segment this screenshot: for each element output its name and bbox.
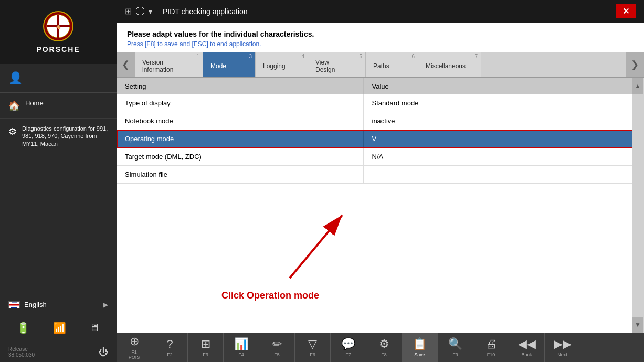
col-header-value: Value <box>363 78 644 94</box>
toolbar-f5-button[interactable]: ✏ F5 <box>259 333 295 362</box>
tab-logging[interactable]: 4 Logging <box>256 52 308 77</box>
settings-table: Setting Value Type of display Standard m… <box>117 78 644 184</box>
toolbar-next-button[interactable]: ▶▶ Next <box>545 333 580 362</box>
toolbar-f7-button[interactable]: 💬 F7 <box>331 333 366 362</box>
display-icon[interactable]: 🖥 <box>87 320 102 336</box>
toolbar-f5-label: F5 <box>274 352 280 357</box>
table-row[interactable]: Simulation file <box>117 166 644 184</box>
tab-3-number: 3 <box>249 54 252 59</box>
toolbar-pois-button[interactable]: ⊕ F1 POIS <box>117 333 152 362</box>
toolbar-f9-label: F9 <box>452 352 458 357</box>
tab-7-label: Miscellaneous <box>426 62 473 70</box>
edit-icon: ✏ <box>272 337 282 351</box>
tab-next-button[interactable]: ❯ <box>626 52 644 77</box>
power-icon[interactable]: ⏻ <box>99 347 108 358</box>
battery-icon[interactable]: 🔋 <box>15 320 32 336</box>
brand-logo: 🐴 PORSCHE <box>0 0 117 64</box>
tab-1-label: Versioninformation <box>142 59 195 73</box>
brand-name: PORSCHE <box>36 45 80 54</box>
filter-icon: ▽ <box>308 337 317 351</box>
tab-prev-button[interactable]: ❮ <box>117 52 135 77</box>
tab-view-design[interactable]: 5 ViewDesign <box>308 52 366 77</box>
tabs-bar: ❮ 1 Versioninformation 3 Mode 4 Logging … <box>117 52 644 78</box>
value-cell: Standard mode <box>363 94 644 112</box>
porsche-crest-icon: 🐴 <box>43 10 74 42</box>
next-icon: ▶▶ <box>554 337 572 351</box>
wifi-icon[interactable]: 📶 <box>51 320 68 336</box>
release-info: Release 38.050.030 ⏻ <box>0 342 117 362</box>
title-bar: ⊞ ⛶ ▾ PIDT checking application ✕ <box>117 0 644 23</box>
sidebar-item-home[interactable]: 🏠 Home <box>0 93 117 119</box>
home-label: Home <box>25 99 44 108</box>
content-area: Setting Value Type of display Standard m… <box>117 78 644 333</box>
value-cell <box>363 166 644 184</box>
tab-7-number: 7 <box>474 54 478 59</box>
language-label: English <box>24 301 103 308</box>
version-number: 38.050.030 <box>8 352 35 358</box>
toolbar-save-label: Save <box>414 352 425 357</box>
setting-cell: Notebook mode <box>117 112 363 130</box>
help-icon: ? <box>166 337 173 351</box>
col-header-setting: Setting <box>117 78 363 94</box>
grid-icon: ⊞ <box>125 6 132 16</box>
language-selector[interactable]: English ▶ <box>0 295 117 314</box>
toolbar-f8pre-button[interactable]: ⚙ F8 <box>366 333 402 362</box>
settings-icon: ⚙ <box>379 337 389 351</box>
setting-cell-operating-mode: Operating mode <box>117 130 363 148</box>
main-content: ⊞ ⛶ ▾ PIDT checking application ✕ Please… <box>117 0 644 362</box>
toolbar-f10-button[interactable]: 🖨 F10 <box>473 333 509 362</box>
tab-paths[interactable]: 6 Paths <box>366 52 418 77</box>
toolbar-f6-button[interactable]: ▽ F6 <box>295 333 331 362</box>
table-row[interactable]: Type of display Standard mode <box>117 94 644 112</box>
tab-4-label: Logging <box>263 62 300 70</box>
title-left-icons: ⊞ ⛶ ▾ <box>125 6 152 16</box>
toolbar-back-label: Back <box>521 352 532 357</box>
bottom-icons: 🔋 📶 🖥 <box>0 314 117 342</box>
tab-6-label: Paths <box>373 62 410 70</box>
toolbar-f8pre-label: F8 <box>381 352 387 357</box>
toolbar-f4-label: F4 <box>238 352 244 357</box>
toolbar-f4-button[interactable]: 📊 F4 <box>224 333 259 362</box>
toolbar-f3-button[interactable]: ⊞ F3 <box>188 333 224 362</box>
setting-cell: Type of display <box>117 94 363 112</box>
toolbar-f10-label: F10 <box>487 352 495 357</box>
value-cell-operating-mode: V ▾ <box>363 130 644 148</box>
toolbar-f1-label: F1 <box>131 349 137 355</box>
scroll-down-button[interactable]: ▼ <box>632 317 643 333</box>
table-row-operating-mode[interactable]: Operating mode V ▾ <box>117 130 644 148</box>
toolbar-pois-label: POIS <box>129 355 140 360</box>
tab-5-number: 5 <box>359 54 362 59</box>
sidebar-item-diagnostics[interactable]: ⚙ Diagnostics configuration for 991, 981… <box>0 119 117 154</box>
grid-icon-tb: ⊞ <box>201 337 210 351</box>
tab-3-label: Mode <box>210 62 248 70</box>
tab-mode[interactable]: 3 Mode <box>203 52 256 77</box>
toolbar-f9-button[interactable]: 🔍 F9 <box>438 333 473 362</box>
table-row[interactable]: Notebook mode inactive <box>117 112 644 130</box>
chevron-down-icon[interactable]: ▾ <box>149 7 152 16</box>
toolbar-next-label: Next <box>557 352 567 357</box>
gear-icon: ⚙ <box>8 126 17 137</box>
table-row[interactable]: Target mode (DML, ZDC) N/A <box>117 148 644 166</box>
expand-icon: ⛶ <box>136 7 144 16</box>
back-icon: ◀◀ <box>518 337 536 351</box>
user-section: 👤 <box>0 64 117 93</box>
tab-5-label: ViewDesign <box>315 59 358 73</box>
instruction-sub: Press [F8] to save and [ESC] to end appl… <box>127 40 634 48</box>
chart-icon: 📊 <box>234 337 248 351</box>
release-label: Release <box>8 346 35 352</box>
tab-version-information[interactable]: 1 Versioninformation <box>135 52 203 77</box>
sidebar: 🐴 PORSCHE 👤 🏠 Home ⚙ Diagnostics configu… <box>0 0 117 362</box>
toolbar-f3-label: F3 <box>203 352 208 357</box>
toolbar-save-button[interactable]: 📋 Save <box>402 333 438 362</box>
search-icon: 🔍 <box>448 337 462 351</box>
close-button[interactable]: ✕ <box>616 4 636 18</box>
toolbar-f7-label: F7 <box>345 352 351 357</box>
toolbar-f2-button[interactable]: ? F2 <box>152 333 188 362</box>
message-icon: 💬 <box>341 337 355 351</box>
gb-flag-icon <box>8 301 20 308</box>
tab-miscellaneous[interactable]: 7 Miscellaneous <box>418 52 481 77</box>
scroll-up-button[interactable]: ▲ <box>632 78 643 94</box>
toolbar-back-button[interactable]: ◀◀ Back <box>509 333 545 362</box>
user-icon: 👤 <box>8 71 23 85</box>
print-icon: 🖨 <box>485 337 497 351</box>
